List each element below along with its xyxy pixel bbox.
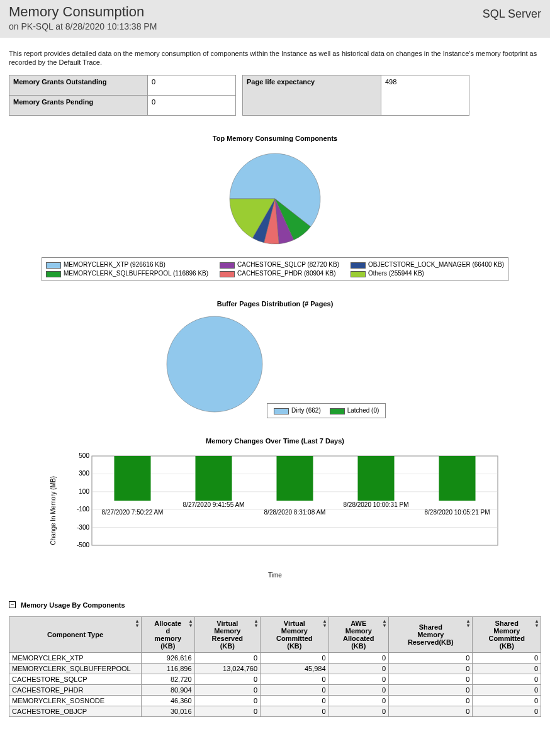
- value-cell: 0: [328, 663, 389, 674]
- value-cell: 46,360: [142, 695, 195, 706]
- sort-icon[interactable]: ▴▾: [323, 619, 326, 628]
- svg-text:-300: -300: [76, 523, 89, 530]
- chart-title: Memory Changes Over Time (Last 7 Days): [0, 437, 550, 445]
- svg-text:8/28/2020 8:31:08 AM: 8/28/2020 8:31:08 AM: [264, 509, 325, 516]
- page-title: Memory Consumption: [9, 4, 157, 20]
- y-axis-label: Change In Memory (MB): [50, 476, 57, 545]
- report-header: Memory Consumption on PK-SQL at 8/28/202…: [0, 0, 550, 38]
- legend-item: Others (255944 KB): [351, 269, 504, 278]
- column-header[interactable]: ▴▾AWEMemoryAllocated(KB): [328, 616, 389, 652]
- legend-item: Dirty (662): [274, 406, 321, 415]
- sort-icon[interactable]: ▴▾: [536, 619, 538, 628]
- value-cell: 0: [389, 663, 473, 674]
- legend-item: CACHESTORE_SQLCP (82720 KB): [220, 260, 339, 269]
- legend-item: MEMORYCLERK_XTP (926616 KB): [46, 260, 208, 269]
- value-cell: 0: [389, 695, 473, 706]
- table-row: CACHESTORE_PHDR80,90400000: [9, 684, 541, 695]
- value-cell: 0: [389, 652, 473, 663]
- value-cell: 0: [473, 706, 541, 716]
- legend-swatch: [46, 262, 61, 269]
- component-name-cell: MEMORYCLERK_XTP: [9, 652, 142, 663]
- legend-label: MEMORYCLERK_XTP (926616 KB): [64, 261, 166, 268]
- legend-item: MEMORYCLERK_SQLBUFFERPOOL (116896 KB): [46, 269, 208, 278]
- svg-text:8/27/2020 7:50:22 AM: 8/27/2020 7:50:22 AM: [101, 509, 163, 516]
- legend-swatch: [274, 408, 289, 414]
- value-cell: 0: [328, 674, 389, 684]
- sort-icon[interactable]: ▴▾: [467, 619, 469, 628]
- value-cell: 0: [389, 706, 473, 716]
- section-title: Memory Usage By Components: [21, 601, 125, 609]
- svg-text:8/27/2020 9:41:55 AM: 8/27/2020 9:41:55 AM: [182, 501, 244, 508]
- legend-swatch: [351, 262, 366, 269]
- page-life-label: Page life expectancy: [243, 75, 381, 115]
- value-cell: 45,984: [261, 663, 328, 674]
- legend-swatch: [220, 271, 235, 277]
- header-left: Memory Consumption on PK-SQL at 8/28/202…: [9, 4, 157, 31]
- legend-label: Others (255944 KB): [368, 270, 424, 277]
- table-header-row: ▴▾Component Type▴▾Allocatedmemory(KB)▴▾V…: [9, 616, 541, 652]
- svg-rect-22: [439, 456, 475, 501]
- value-cell: 0: [328, 695, 389, 706]
- svg-rect-16: [195, 456, 232, 501]
- component-name-cell: MEMORYCLERK_SQLBUFFERPOOL: [9, 663, 142, 674]
- value-cell: 80,904: [142, 684, 195, 695]
- legend-label: Latched (0): [347, 407, 379, 414]
- svg-text:8/28/2020 10:05:21 PM: 8/28/2020 10:05:21 PM: [424, 509, 490, 516]
- column-header[interactable]: ▴▾VirtualMemoryReserved(KB): [194, 616, 261, 652]
- column-header[interactable]: ▴▾SharedMemoryReserved(KB): [389, 616, 473, 652]
- value-cell: 0: [389, 674, 473, 684]
- sort-icon[interactable]: ▴▾: [383, 619, 386, 628]
- column-header[interactable]: ▴▾Allocatedmemory(KB): [142, 616, 195, 652]
- legend-label: CACHESTORE_SQLCP (82720 KB): [237, 261, 339, 268]
- x-axis-label: Time: [0, 572, 550, 579]
- table-row: Page life expectancy 498: [243, 75, 469, 115]
- sort-icon[interactable]: ▴▾: [255, 619, 257, 628]
- value-cell: 0: [261, 652, 328, 663]
- svg-point-0: [167, 316, 262, 412]
- page-life-table: Page life expectancy 498: [242, 75, 469, 116]
- column-header[interactable]: ▴▾SharedMemoryCommitted(KB): [473, 616, 541, 652]
- svg-rect-18: [276, 456, 313, 501]
- value-cell: 0: [473, 695, 541, 706]
- table-row: MEMORYCLERK_SOSNODE46,36000000: [9, 695, 541, 706]
- pie2-legend: Dirty (662)Latched (0): [267, 403, 386, 418]
- memory-changes-bar-section: Memory Changes Over Time (Last 7 Days) C…: [0, 437, 550, 579]
- value-cell: 0: [473, 652, 541, 663]
- legend-swatch: [351, 271, 366, 277]
- pie1-legend: MEMORYCLERK_XTP (926616 KB)CACHESTORE_SQ…: [42, 257, 508, 281]
- memory-usage-table: ▴▾Component Type▴▾Allocatedmemory(KB)▴▾V…: [9, 616, 541, 717]
- value-cell: 926,616: [142, 652, 195, 663]
- page-life-value: 498: [381, 75, 469, 115]
- value-cell: 0: [194, 652, 261, 663]
- svg-text:500: 500: [79, 452, 89, 459]
- component-name-cell: CACHESTORE_OBJCP: [9, 706, 142, 716]
- column-header[interactable]: ▴▾VirtualMemoryCommitted(KB): [261, 616, 328, 652]
- value-cell: 30,016: [142, 706, 195, 716]
- value-cell: 0: [194, 695, 261, 706]
- value-cell: 0: [261, 706, 328, 716]
- value-cell: 0: [328, 684, 389, 695]
- table-row: Memory Grants Outstanding 0: [9, 75, 236, 95]
- sort-icon[interactable]: ▴▾: [189, 619, 192, 628]
- sort-icon[interactable]: ▴▾: [136, 619, 138, 628]
- value-cell: 0: [473, 674, 541, 684]
- svg-text:8/28/2020 10:00:31 PM: 8/28/2020 10:00:31 PM: [343, 501, 408, 508]
- value-cell: 13,024,760: [194, 663, 261, 674]
- legend-label: Dirty (662): [291, 407, 321, 414]
- value-cell: 0: [194, 684, 261, 695]
- svg-text:-100: -100: [76, 506, 89, 513]
- column-header[interactable]: ▴▾Component Type: [9, 616, 142, 652]
- collapse-icon[interactable]: −: [9, 601, 16, 608]
- memory-grants-table: Memory Grants Outstanding 0 Memory Grant…: [9, 75, 236, 116]
- legend-label: MEMORYCLERK_SQLBUFFERPOOL (116896 KB): [64, 270, 208, 277]
- component-name-cell: MEMORYCLERK_SOSNODE: [9, 695, 142, 706]
- grants-outstanding-value: 0: [148, 75, 236, 95]
- value-cell: 0: [473, 663, 541, 674]
- table-row: MEMORYCLERK_SQLBUFFERPOOL116,89613,024,7…: [9, 663, 541, 674]
- value-cell: 0: [261, 695, 328, 706]
- table-row: Memory Grants Pending 0: [9, 95, 236, 115]
- grants-pending-label: Memory Grants Pending: [9, 95, 148, 115]
- svg-rect-20: [357, 456, 394, 501]
- value-cell: 0: [261, 684, 328, 695]
- usage-section-header: − Memory Usage By Components: [0, 598, 550, 613]
